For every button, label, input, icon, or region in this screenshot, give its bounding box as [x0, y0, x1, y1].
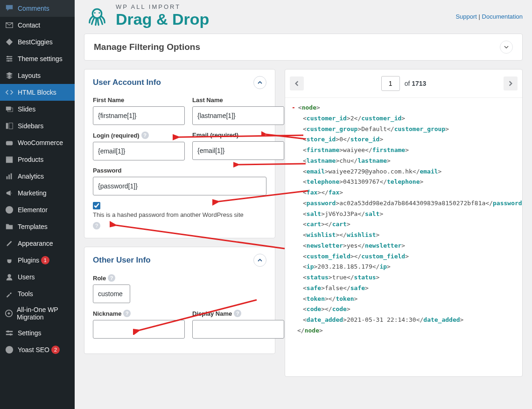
wrench-icon [5, 289, 14, 298]
svg-rect-7 [6, 141, 13, 145]
sidebar-item-label: Products [18, 156, 43, 163]
documentation-link[interactable]: Documentation [482, 13, 523, 20]
svg-rect-5 [6, 123, 8, 129]
svg-point-21 [92, 9, 102, 18]
prev-record-button[interactable] [290, 76, 304, 90]
help-icon[interactable]: ? [123, 310, 131, 317]
section-title: Other User Info [93, 256, 151, 265]
login-input[interactable] [93, 142, 185, 160]
last-name-label: Last Name [192, 97, 284, 104]
brand-title: Drag & Drop [116, 10, 209, 28]
role-input[interactable] [93, 284, 130, 303]
svg-point-22 [94, 12, 96, 14]
svg-point-14 [7, 274, 11, 277]
filter-panel: Manage Filtering Options [84, 34, 523, 61]
hashed-password-checkbox[interactable] [93, 202, 100, 209]
main-content: WP ALL IMPORT Drag & Drop Support | Docu… [75, 0, 532, 409]
help-icon[interactable]: ? [93, 222, 100, 229]
mail-icon [5, 21, 14, 30]
pager-total: 1713 [412, 80, 426, 87]
sidebar-icon [5, 121, 14, 131]
sidebar-item-bestciggies[interactable]: BestCiggies [0, 34, 75, 50]
sidebar-item-label: Templates [18, 223, 48, 230]
sidebar-item-layouts[interactable]: Layouts [0, 67, 75, 84]
sidebar-item-label: WooCommerce [18, 139, 63, 146]
sidebar-item-label: Users [18, 273, 35, 281]
sidebar-item-elementor[interactable]: Elementor [0, 201, 75, 218]
next-record-button[interactable] [504, 76, 518, 90]
code-icon [5, 88, 14, 97]
sidebar-item-contact[interactable]: Contact [0, 17, 75, 34]
sidebar-item-label: Tools [18, 290, 33, 298]
sidebar-item-analytics[interactable]: Analytics [0, 168, 75, 185]
sidebar-item-label: Plugins [18, 256, 39, 264]
password-label: Password [93, 167, 266, 174]
first-name-label: First Name [93, 97, 185, 104]
archive-icon [5, 155, 14, 164]
sidebar-item-label: Comments [18, 5, 49, 12]
folder-icon [5, 222, 14, 231]
sidebar-item-all-in-one-wp-migration[interactable]: All-in-One WP Migration [0, 302, 75, 325]
last-name-input[interactable] [192, 106, 284, 125]
yoast-icon [5, 345, 14, 354]
sidebar-item-sidebars[interactable]: Sidebars [0, 118, 75, 134]
sidebar-item-label: HTML Blocks [18, 89, 56, 96]
email-input[interactable] [192, 141, 284, 160]
page-number-input[interactable] [381, 76, 400, 91]
settings-icon [5, 328, 14, 338]
bars-icon [5, 172, 14, 181]
sidebar-item-appearance[interactable]: Appearance [0, 235, 75, 252]
sidebar-item-templates[interactable]: Templates [0, 218, 75, 235]
sidebar-item-marketing[interactable]: Marketing [0, 185, 75, 201]
sidebar-item-tools[interactable]: Tools [0, 285, 75, 302]
login-label: Login (required)? [93, 132, 185, 139]
svg-rect-3 [6, 107, 11, 111]
xml-tree[interactable]: -<node><customer_id>2</customer_id><cust… [285, 98, 522, 376]
sidebar-item-users[interactable]: Users [0, 269, 75, 285]
sidebar-item-theme-settings[interactable]: Theme settings [0, 50, 75, 67]
sidebar-item-woocommerce[interactable]: WooCommerce [0, 134, 75, 151]
svg-point-1 [10, 58, 12, 60]
sidebar-item-label: Settings [18, 329, 42, 337]
migrate-icon [5, 309, 13, 318]
sidebar-item-label: Elementor [18, 206, 48, 214]
sidebar-item-slides[interactable]: Slides [0, 101, 75, 118]
xml-preview-panel: of 1713 -<node><customer_id>2</customer_… [285, 69, 523, 377]
collapse-other-button[interactable] [253, 254, 266, 267]
help-icon[interactable]: ? [108, 274, 115, 282]
megaphone-icon [5, 188, 14, 198]
sidebar-item-products[interactable]: Products [0, 151, 75, 168]
help-icon[interactable]: ? [234, 310, 241, 317]
display-name-input[interactable] [192, 320, 284, 339]
password-input[interactable] [93, 177, 266, 195]
plug-icon [5, 256, 14, 265]
header-links: Support | Documentation [455, 13, 523, 20]
record-pager: of 1713 [285, 69, 522, 98]
sidebar-item-label: Slides [18, 105, 35, 113]
collapse-filter-button[interactable] [500, 41, 513, 54]
sidebar-item-label: Layouts [18, 72, 41, 79]
nickname-input[interactable] [93, 320, 185, 339]
sidebar-item-yoast-seo[interactable]: Yoast SEO2 [0, 341, 75, 358]
sidebar-item-label: Sidebars [18, 122, 43, 130]
user-account-section: User Account Info First Name L [84, 69, 275, 238]
first-name-input[interactable] [93, 106, 185, 125]
sidebar-item-label: Contact [18, 21, 40, 29]
sidebar-item-html-blocks[interactable]: HTML Blocks [0, 84, 75, 101]
brush-icon [5, 239, 14, 248]
support-link[interactable]: Support [455, 13, 477, 20]
sidebar-item-plugins[interactable]: Plugins1 [0, 252, 75, 269]
sidebar-item-label: Yoast SEO [18, 346, 49, 354]
collapse-account-button[interactable] [253, 76, 266, 89]
diamond-icon [5, 37, 14, 47]
sidebar-item-label: Analytics [18, 173, 44, 180]
sidebar-item-settings[interactable]: Settings [0, 325, 75, 341]
email-label: Email (required) [192, 132, 284, 139]
sidebar-item-label: Theme settings [18, 55, 63, 62]
help-icon[interactable]: ? [141, 132, 149, 139]
sidebar-item-label: Appearance [18, 240, 53, 247]
sidebar-item-comments[interactable]: Comments [0, 0, 75, 17]
sliders-icon [5, 54, 14, 63]
layers-icon [5, 71, 14, 80]
svg-rect-9 [6, 157, 13, 158]
